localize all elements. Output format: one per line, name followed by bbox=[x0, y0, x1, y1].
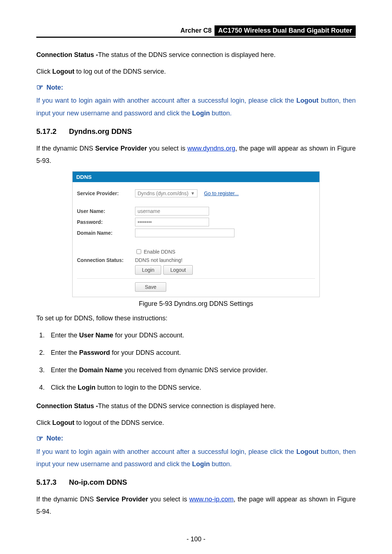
note-heading-2: ☞ Note: bbox=[36, 434, 356, 443]
step-4: Click the Login button to login to the D… bbox=[46, 381, 356, 395]
note1-b: Logout bbox=[296, 97, 318, 104]
service-provider-label: Service Provider: bbox=[77, 190, 135, 196]
s1c: for your DDNS account. bbox=[113, 332, 184, 339]
setup-intro: To set up for DDNS, follow these instruc… bbox=[36, 312, 356, 324]
section-title-2: No-ip.com DDNS bbox=[69, 478, 127, 486]
step-2: Enter the Password for your DDNS account… bbox=[46, 346, 356, 360]
go-to-register-link[interactable]: Go to register... bbox=[204, 190, 239, 196]
service-provider-value: Dyndns (dyn.com/dns) bbox=[138, 190, 188, 196]
logout-button[interactable]: Logout bbox=[163, 265, 193, 275]
step-3: Enter the Domain Name you received from … bbox=[46, 364, 356, 377]
dyndns-link[interactable]: www.dyndns.org bbox=[187, 145, 235, 152]
step-1: Enter the User Name for your DDNS accoun… bbox=[46, 329, 356, 342]
connection-status-label: Connection Status: bbox=[77, 257, 135, 263]
note1-d: Login bbox=[192, 110, 210, 117]
sec1-b: Service Provider bbox=[95, 145, 147, 152]
note-body-1: If you want to login again with another … bbox=[36, 94, 356, 119]
login-button[interactable]: Login bbox=[135, 265, 161, 275]
logout-pre: Click bbox=[36, 68, 52, 75]
s3a: Enter the bbox=[51, 366, 79, 374]
username-input[interactable] bbox=[135, 207, 209, 216]
username-label: User Name: bbox=[77, 208, 135, 214]
page-header: Archer C8 AC1750 Wireless Dual Band Giga… bbox=[36, 25, 356, 38]
section-number-2: 5.17.3 bbox=[36, 478, 69, 487]
sec2-c: you select is bbox=[148, 496, 189, 503]
noip-link[interactable]: www.no-ip.com bbox=[189, 496, 234, 503]
logout-bold-2: Logout bbox=[52, 419, 74, 426]
password-label: Password: bbox=[77, 219, 135, 225]
s4c: button to login to the DDNS service. bbox=[95, 384, 201, 391]
chevron-down-icon: ▼ bbox=[191, 191, 195, 196]
s4a: Click the bbox=[51, 384, 78, 391]
pointing-hand-icon: ☞ bbox=[36, 434, 44, 443]
sec1-a: If the dynamic DNS bbox=[36, 145, 95, 152]
note-body-2: If you want to login again with another … bbox=[36, 446, 356, 470]
note2-a: If you want to login again with another … bbox=[36, 448, 296, 455]
section-5-17-2-heading: 5.17.2Dyndns.org DDNS bbox=[36, 127, 356, 136]
logout-paragraph-1: Click Logout to log out of the DDNS serv… bbox=[36, 65, 356, 78]
note2-d: Login bbox=[192, 460, 210, 468]
note-heading-1: ☞ Note: bbox=[36, 83, 356, 92]
panel-title: DDNS bbox=[73, 172, 319, 182]
conn-status-bold-2: Connection Status - bbox=[36, 402, 98, 410]
note2-e: button. bbox=[210, 460, 232, 468]
pointing-hand-icon: ☞ bbox=[36, 83, 44, 92]
connection-status-paragraph: Connection Status -The status of the DDN… bbox=[36, 49, 356, 61]
s1b: User Name bbox=[79, 332, 113, 339]
logout-paragraph-2: Click Logout to logout of the DDNS servi… bbox=[36, 416, 356, 429]
service-provider-select[interactable]: Dyndns (dyn.com/dns) ▼ bbox=[135, 189, 197, 197]
s3b: Domain Name bbox=[79, 366, 123, 374]
divider bbox=[77, 278, 315, 279]
note2-b: Logout bbox=[296, 448, 318, 455]
logout-post-2: to logout of the DDNS service. bbox=[74, 419, 164, 426]
sec2-a: If the dynamic DNS bbox=[36, 496, 96, 503]
connection-status-value: DDNS not launching! bbox=[135, 257, 183, 263]
section-5-17-2-intro: If the dynamic DNS Service Provider you … bbox=[36, 142, 356, 167]
section-5-17-3-heading: 5.17.3No-ip.com DDNS bbox=[36, 478, 356, 487]
section-5-17-3-intro: If the dynamic DNS Service Provider you … bbox=[36, 493, 356, 518]
enable-ddns-checkbox[interactable] bbox=[136, 249, 141, 254]
figure-5-93: DDNS Service Provider: Dyndns (dyn.com/d… bbox=[36, 171, 356, 308]
sec2-b: Service Provider bbox=[96, 496, 148, 503]
product-label: AC1750 Wireless Dual Band Gigabit Router bbox=[215, 25, 356, 36]
s1a: Enter the bbox=[51, 332, 79, 339]
conn-status-text: The status of the DDNS service connectio… bbox=[98, 51, 275, 58]
page-number: - 100 - bbox=[0, 535, 392, 543]
s2a: Enter the bbox=[51, 349, 79, 356]
save-button[interactable]: Save bbox=[135, 282, 166, 292]
s4b: Login bbox=[78, 384, 95, 391]
domain-name-input[interactable] bbox=[135, 229, 234, 237]
figure-caption: Figure 5-93 Dyndns.org DDNS Settings bbox=[139, 300, 253, 308]
logout-post: to log out of the DDNS service. bbox=[74, 68, 166, 75]
s2c: for your DDNS account. bbox=[110, 349, 181, 356]
logout-bold: Logout bbox=[52, 68, 74, 75]
note1-a: If you want to login again with another … bbox=[36, 97, 296, 104]
setup-steps: Enter the User Name for your DDNS accoun… bbox=[36, 329, 356, 394]
section-title: Dyndns.org DDNS bbox=[69, 127, 132, 135]
note-label-2: Note: bbox=[46, 435, 63, 442]
note-label: Note: bbox=[46, 84, 63, 91]
enable-ddns-label: Enable DDNS bbox=[144, 249, 175, 255]
conn-status-bold: Connection Status - bbox=[36, 51, 98, 58]
model-label: Archer C8 bbox=[177, 26, 215, 35]
connection-status-paragraph-2: Connection Status -The status of the DDN… bbox=[36, 400, 356, 412]
sec1-c: you select is bbox=[147, 145, 187, 152]
ddns-panel: DDNS Service Provider: Dyndns (dyn.com/d… bbox=[72, 171, 320, 297]
domain-name-label: Domain Name: bbox=[77, 230, 135, 236]
section-number: 5.17.2 bbox=[36, 127, 69, 136]
password-input[interactable] bbox=[135, 218, 209, 226]
note1-e: button. bbox=[210, 110, 232, 117]
s3c: you received from dynamic DNS service pr… bbox=[123, 366, 268, 374]
s2b: Password bbox=[79, 349, 110, 356]
conn-status-text-2: The status of the DDNS service connectio… bbox=[98, 402, 275, 410]
logout-pre-2: Click bbox=[36, 419, 52, 426]
